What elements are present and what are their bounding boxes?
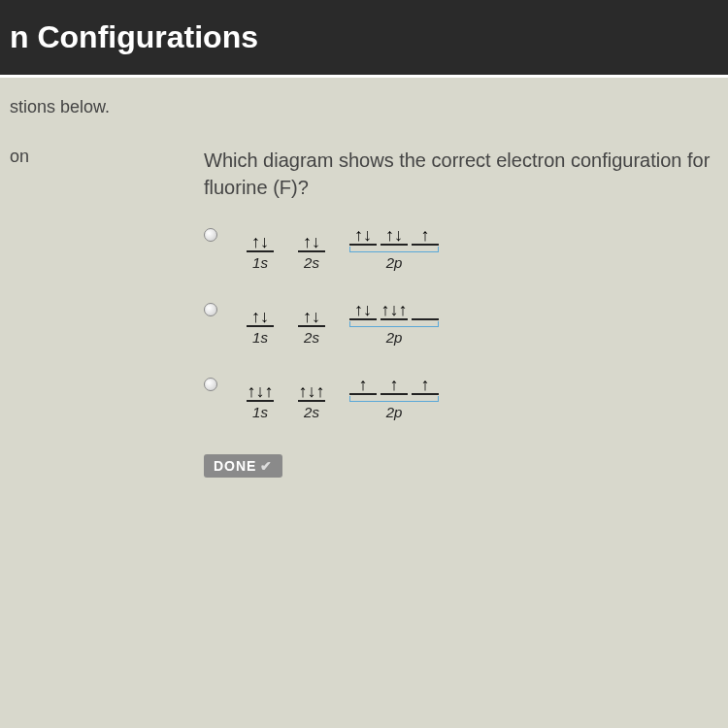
orbital-label: 1s (252, 254, 268, 271)
content-area: stions below. on Which diagram shows the… (0, 78, 728, 487)
bracket (349, 321, 439, 327)
header-title: n Configurations (10, 19, 258, 54)
orbital-box: ↑ (381, 370, 408, 395)
orbital-box: ↑↓ (298, 302, 325, 327)
orbital-box: ↑↓ (298, 227, 325, 252)
orbital-box: ↑↓ (381, 220, 408, 246)
option-2: ↑↓1s↑↓2s↑↓↑↓↑2p (204, 295, 718, 346)
options-list: ↑↓1s↑↓2s↑↓↑↓↑2p↑↓1s↑↓2s↑↓↑↓↑2p↑↓↑1s↑↓↑2s… (204, 220, 718, 420)
orbital-label: 2p (386, 329, 403, 346)
orbital-box: ↑↓↑ (247, 377, 274, 402)
page-header: n Configurations (0, 0, 728, 78)
done-label: DONE (214, 458, 256, 474)
orbital-2s: ↑↓2s (298, 227, 325, 271)
orbital-box: ↑↓↑ (298, 377, 325, 402)
orbital-1s: ↑↓1s (247, 227, 274, 271)
orbital-label: 2p (386, 254, 403, 271)
instructions-text: stions below. (10, 97, 718, 117)
orbital-2s: ↑↓↑2s (298, 377, 325, 420)
orbital-1s: ↑↓1s (247, 302, 274, 346)
orbital-box: ↑↓↑ (381, 295, 408, 320)
orbital-box: ↑↓ (247, 302, 274, 327)
orbital-box: ↑ (412, 220, 439, 246)
orbital-label: 2s (304, 404, 319, 420)
orbital-box: ↑ (412, 370, 439, 395)
orbital-diagram-1: ↑↓1s↑↓2s↑↓↑↓↑2p (247, 220, 439, 271)
orbital-label: 2s (304, 254, 319, 271)
orbital-box: ↑↓ (349, 220, 377, 246)
radio-option-3[interactable] (204, 378, 217, 391)
orbital-box: ↑↓ (247, 227, 274, 252)
orbital-2p: ↑↑↑2p (349, 370, 439, 420)
orbital-2p: ↑↓↑↓↑2p (349, 220, 439, 271)
orbital-diagram-2: ↑↓1s↑↓2s↑↓↑↓↑2p (247, 295, 439, 346)
done-button[interactable]: DONE ✔ (204, 454, 282, 478)
orbital-2p: ↑↓↑↓↑2p (349, 295, 439, 346)
radio-option-2[interactable] (204, 303, 217, 316)
orbital-2s: ↑↓2s (298, 302, 325, 346)
orbital-label: 2p (386, 404, 403, 420)
orbital-box: ↑↓ (349, 295, 377, 320)
orbital-1s: ↑↓↑1s (247, 377, 274, 420)
left-text-fragment: on (10, 147, 39, 478)
option-3: ↑↓↑1s↑↓↑2s↑↑↑2p (204, 370, 718, 420)
option-1: ↑↓1s↑↓2s↑↓↑↓↑2p (204, 220, 718, 271)
orbital-box: ↑ (349, 370, 377, 395)
check-icon: ✔ (260, 458, 273, 474)
question-text: Which diagram shows the correct electron… (204, 147, 718, 201)
orbital-label: 1s (252, 329, 268, 346)
bracket (349, 247, 439, 252)
radio-option-1[interactable] (204, 228, 217, 242)
bracket (349, 396, 439, 402)
orbital-diagram-3: ↑↓↑1s↑↓↑2s↑↑↑2p (247, 370, 439, 420)
orbital-box (412, 295, 439, 320)
orbital-label: 2s (304, 329, 319, 346)
orbital-label: 1s (252, 404, 268, 420)
